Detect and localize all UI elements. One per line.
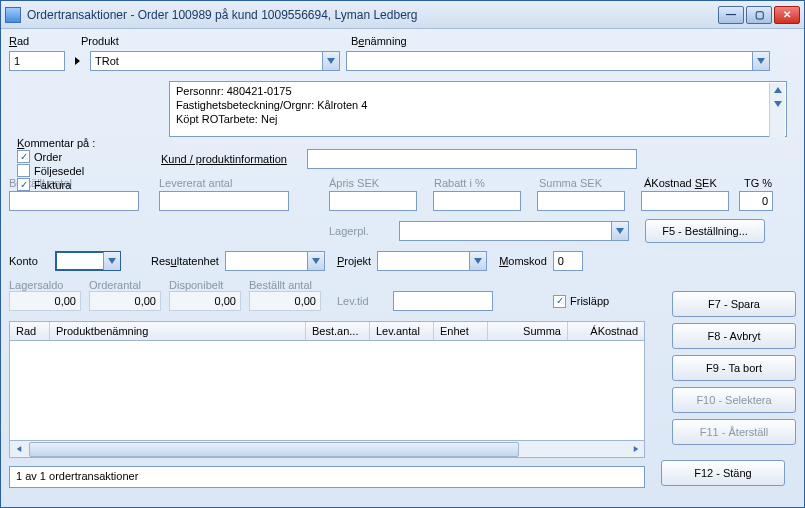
produkt-input[interactable] (90, 51, 340, 71)
content-area: Rad Produkt Benämning Kommentar på : Ord… (1, 29, 804, 496)
f8-avbryt-button[interactable]: F8 - Avbryt (672, 323, 796, 349)
col-rad[interactable]: Rad (10, 322, 50, 340)
label-apris: Ápris SEK (329, 177, 379, 189)
disponibelt-value (169, 291, 241, 311)
label-rad: Rad (9, 35, 29, 47)
label-lagersaldo: Lagersaldo (9, 279, 63, 291)
info-box: Personnr: 480421-0175 Fastighetsbeteckni… (169, 81, 787, 137)
bestallt-antal-input[interactable] (9, 191, 139, 211)
levererat-antal-input[interactable] (159, 191, 289, 211)
f5-bestallning-button[interactable]: F5 - Beställning... (645, 219, 765, 243)
orderantal-value (89, 291, 161, 311)
maximize-button[interactable]: ▢ (746, 6, 772, 24)
kommentar-section: Kommentar på : Order Följesedel Faktura (17, 137, 157, 192)
col-bestant[interactable]: Best.an... (306, 322, 370, 340)
label-akostnad: ÁKostnad SEK (644, 177, 717, 189)
scroll-right-icon[interactable] (627, 446, 644, 452)
chevron-down-icon[interactable] (103, 252, 120, 270)
scroll-down-icon[interactable] (770, 97, 785, 111)
info-line-1: Personnr: 480421-0175 (176, 84, 780, 98)
info-scrollbar[interactable] (769, 83, 785, 137)
next-row-icon[interactable] (75, 57, 80, 65)
lagerpl-combo[interactable] (399, 221, 629, 241)
close-button[interactable]: ✕ (774, 6, 800, 24)
chevron-down-icon[interactable] (752, 52, 769, 70)
label-foljesedel: Följesedel (34, 165, 84, 177)
grid-header: Rad Produktbenämning Best.an... Lev.anta… (9, 321, 645, 341)
chevron-down-icon[interactable] (611, 222, 628, 240)
levtid-input[interactable] (393, 291, 493, 311)
info-line-3: Köpt ROTarbete: Nej (176, 112, 780, 126)
f7-spara-button[interactable]: F7 - Spara (672, 291, 796, 317)
col-summa[interactable]: Summa (488, 322, 568, 340)
col-enhet[interactable]: Enhet (434, 322, 488, 340)
frislapp-checkbox[interactable] (553, 295, 566, 308)
f12-stang-button[interactable]: F12 - Stäng (661, 460, 785, 486)
label-faktura: Faktura (34, 179, 71, 191)
scroll-thumb[interactable] (29, 442, 519, 457)
minimize-button[interactable]: — (718, 6, 744, 24)
label-disponibelt: Disponibelt (169, 279, 223, 291)
scroll-up-icon[interactable] (770, 83, 785, 97)
momskod-input[interactable] (553, 251, 583, 271)
benamning-combo[interactable] (346, 51, 770, 71)
label-bestallt-antal2: Beställt antal (249, 279, 312, 291)
status-bar: 1 av 1 ordertransaktioner (9, 466, 645, 488)
order-checkbox[interactable] (17, 150, 30, 163)
label-produkt: Produkt (81, 35, 119, 47)
titlebar: Ordertransaktioner - Order 100989 på kun… (1, 1, 804, 29)
col-levantal[interactable]: Lev.antal (370, 322, 434, 340)
label-order: Order (34, 151, 62, 163)
scroll-left-icon[interactable] (10, 446, 27, 452)
lagersaldo-value (9, 291, 81, 311)
app-icon (5, 7, 21, 23)
col-akostnad[interactable]: ÁKostnad (568, 322, 644, 340)
label-projekt: Projekt (337, 255, 371, 267)
label-resultatenhet: Resultatenhet (151, 255, 219, 267)
rabatt-input[interactable] (433, 191, 521, 211)
projekt-combo[interactable] (377, 251, 487, 271)
label-orderantal: Orderantal (89, 279, 141, 291)
label-tg: TG % (744, 177, 772, 189)
label-levererat-antal: Levererat antal (159, 177, 232, 189)
grid-body[interactable] (9, 341, 645, 441)
label-kommentar: Kommentar på : (17, 137, 157, 149)
lagerpl-input[interactable] (399, 221, 629, 241)
label-momskod: Momskod (499, 255, 547, 267)
produkt-combo[interactable] (90, 51, 340, 71)
f9-tabort-button[interactable]: F9 - Ta bort (672, 355, 796, 381)
info-line-2: Fastighetsbeteckning/Orgnr: Kålroten 4 (176, 98, 780, 112)
konto-combo[interactable] (55, 251, 121, 271)
f11-aterstall-button[interactable]: F11 - Återställ (672, 419, 796, 445)
window: { "titlebar": { "title": "Ordertransakti… (0, 0, 805, 508)
label-summa: Summa SEK (539, 177, 602, 189)
label-frislapp: Frisläpp (570, 295, 609, 307)
grid-h-scrollbar[interactable] (9, 441, 645, 458)
label-konto: Konto (9, 255, 49, 267)
tg-input[interactable] (739, 191, 773, 211)
benamning-input[interactable] (346, 51, 770, 71)
faktura-checkbox[interactable] (17, 178, 30, 191)
window-title: Ordertransaktioner - Order 100989 på kun… (27, 8, 718, 22)
f10-selektera-button[interactable]: F10 - Selektera (672, 387, 796, 413)
chevron-down-icon[interactable] (469, 252, 486, 270)
apris-input[interactable] (329, 191, 417, 211)
summa-input[interactable] (537, 191, 625, 211)
foljesedel-checkbox[interactable] (17, 164, 30, 177)
chevron-down-icon[interactable] (307, 252, 324, 270)
chevron-down-icon[interactable] (322, 52, 339, 70)
label-levtid: Lev.tid (337, 295, 393, 307)
kund-info-input[interactable] (307, 149, 637, 169)
resultatenhet-combo[interactable] (225, 251, 325, 271)
rad-input[interactable] (9, 51, 65, 71)
label-lagerpl: Lagerpl. (329, 225, 399, 237)
kund-produkt-info-link[interactable]: Kund / produktinformation (161, 153, 287, 165)
akostnad-input[interactable] (641, 191, 729, 211)
col-produktbenamning[interactable]: Produktbenämning (50, 322, 306, 340)
bestallt-antal2-value (249, 291, 321, 311)
label-benamning: Benämning (351, 35, 407, 47)
label-rabatt: Rabatt i % (434, 177, 485, 189)
